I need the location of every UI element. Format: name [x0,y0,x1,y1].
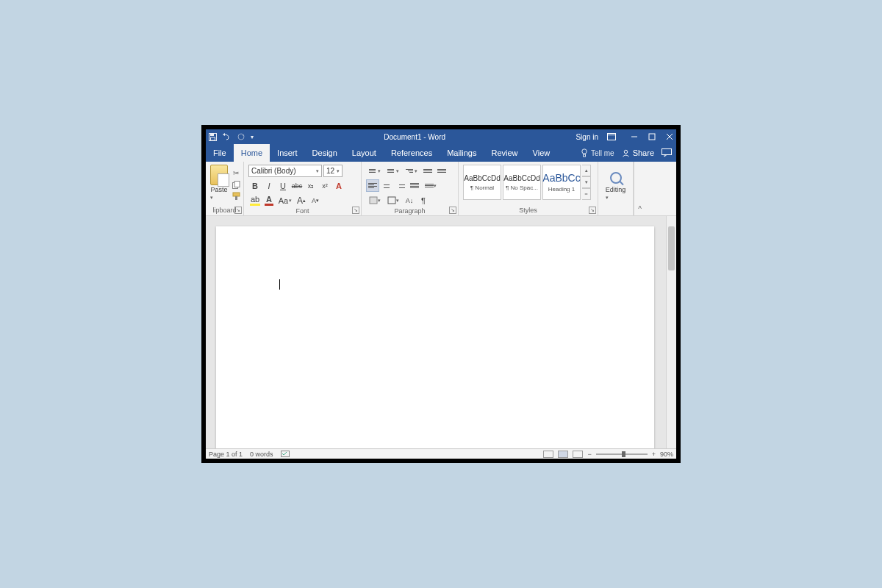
subscript-button[interactable]: x₂ [304,179,318,192]
sign-in-link[interactable]: Sign in [576,133,598,141]
styles-launcher-icon[interactable]: ↘ [589,207,596,214]
paragraph-launcher-icon[interactable]: ↘ [449,207,456,214]
decrease-indent-icon[interactable] [421,165,434,177]
page-count[interactable]: Page 1 of 1 [209,451,243,458]
tell-me-label: Tell me [591,149,614,157]
text-cursor [279,279,280,290]
superscript-button[interactable]: x² [318,179,331,192]
styles-down-icon[interactable]: ▾ [582,176,591,188]
svg-rect-13 [662,149,672,155]
zoom-slider[interactable] [596,453,648,455]
text-effects-icon[interactable]: A [332,179,345,192]
vertical-scrollbar[interactable] [666,216,676,448]
font-launcher-icon[interactable]: ↘ [352,207,359,214]
italic-button[interactable]: I [262,179,276,192]
numbering-icon[interactable]: ▾ [384,165,402,177]
maximize-icon[interactable] [648,133,656,140]
strikethrough-button[interactable]: abc [290,179,304,192]
tab-insert[interactable]: Insert [270,144,305,162]
styles-up-icon[interactable]: ▴ [582,165,591,176]
style-no-spacing[interactable]: AaBbCcDd ¶ No Spac... [503,165,541,200]
undo-icon[interactable] [223,133,232,140]
paragraph-group-label: Paragraph [365,207,455,216]
paste-button[interactable]: Paste▾ [210,186,227,201]
tab-review[interactable]: Review [484,144,526,162]
copy-icon[interactable] [231,180,241,189]
styles-more-icon[interactable]: ＝ [582,188,591,200]
tell-me-search[interactable]: Tell me [581,148,614,157]
sort-icon[interactable]: A↓ [403,194,416,207]
align-center-icon[interactable] [380,179,393,192]
shading-icon[interactable]: ▾ [366,194,384,207]
ribbon-display-icon[interactable] [607,133,616,140]
minimize-icon[interactable] [631,133,638,140]
svg-point-3 [238,134,244,140]
svg-rect-1 [210,134,214,136]
underline-button[interactable]: U [276,179,290,192]
tab-view[interactable]: View [526,144,558,162]
svg-rect-15 [234,181,240,187]
web-layout-icon[interactable] [573,451,583,458]
tab-design[interactable]: Design [305,144,345,162]
print-layout-icon[interactable] [558,451,568,458]
borders-icon[interactable]: ▾ [384,194,402,207]
style-heading1[interactable]: AaBbCc Heading 1 [542,165,581,200]
zoom-out-icon[interactable]: − [587,451,591,458]
quick-access-toolbar: ▾ [209,133,254,141]
close-icon[interactable] [666,133,673,140]
format-painter-icon[interactable] [231,192,241,201]
find-icon[interactable] [610,172,622,184]
save-icon[interactable] [209,133,217,141]
read-mode-icon[interactable] [543,451,553,458]
multilevel-list-icon[interactable]: ▾ [403,165,420,177]
status-bar: Page 1 of 1 0 words − + 90% [206,448,676,459]
svg-point-10 [582,149,587,154]
word-count[interactable]: 0 words [250,451,273,458]
paste-icon[interactable] [210,165,228,185]
ribbon-tabs: File Home Insert Design Layout Reference… [206,144,676,162]
collapse-ribbon-icon[interactable]: ^ [634,162,645,215]
font-color-icon[interactable]: A [262,194,276,207]
spellcheck-icon[interactable] [281,451,290,458]
cut-icon[interactable]: ✂ [231,168,241,177]
justify-icon[interactable] [408,179,421,192]
bullets-icon[interactable]: ▾ [366,165,384,177]
app-frame: ▾ Document1 - Word Sign in File Home Ins… [201,125,681,463]
tab-file[interactable]: File [206,144,234,162]
window-title: Document1 - Word [254,133,576,141]
align-left-icon[interactable] [366,179,379,192]
grow-font-button[interactable]: A▴ [295,194,308,207]
scrollbar-thumb[interactable] [668,226,675,270]
styles-gallery-expand[interactable]: ▴ ▾ ＝ [582,165,591,200]
tab-mailings[interactable]: Mailings [440,144,484,162]
font-name-combo[interactable]: Calibri (Body)▾ [248,165,322,177]
change-case-button[interactable]: Aa▾ [276,194,294,207]
tab-layout[interactable]: Layout [345,144,384,162]
font-size-combo[interactable]: 12▾ [323,165,343,177]
share-button[interactable]: Share [622,148,654,157]
bold-button[interactable]: B [248,179,262,192]
tab-home[interactable]: Home [234,144,270,162]
group-paragraph: ▾ ▾ ▾ ▾ ▾ ▾ A↓ ¶ [362,162,459,215]
svg-rect-5 [608,134,616,136]
show-marks-icon[interactable]: ¶ [417,194,430,207]
clipboard-launcher-icon[interactable]: ↘ [234,207,242,214]
zoom-level[interactable]: 90% [660,451,673,458]
style-normal[interactable]: AaBbCcDd ¶ Normal [463,165,501,200]
increase-indent-icon[interactable] [435,165,448,177]
svg-point-12 [624,150,627,153]
qat-customize-icon[interactable]: ▾ [251,134,254,140]
align-right-icon[interactable] [394,179,407,192]
line-spacing-icon[interactable]: ▾ [422,179,440,192]
tab-references[interactable]: References [384,144,440,162]
highlight-color-icon[interactable]: ab [248,194,262,207]
document-page[interactable] [216,226,654,448]
group-editing: Editing▾ [598,162,634,215]
comments-icon[interactable] [662,148,672,157]
share-label: Share [633,148,654,157]
redo-icon[interactable] [237,133,245,140]
editing-button[interactable]: Editing▾ [606,186,626,201]
zoom-in-icon[interactable]: + [652,451,656,458]
font-group-label: Font [247,207,358,216]
shrink-font-button[interactable]: A▾ [309,194,322,207]
